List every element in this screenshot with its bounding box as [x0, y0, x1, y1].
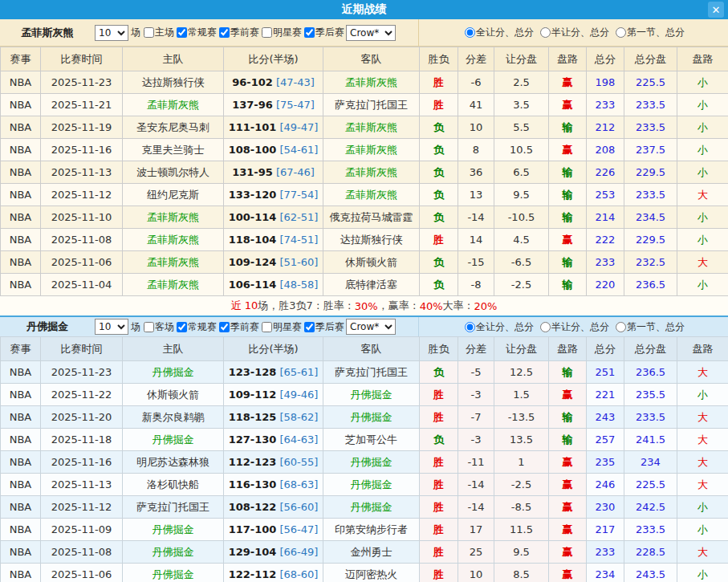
game-row: NBA2025-11-18丹佛掘金127-130 [64-63]芝加哥公牛负-3… [1, 429, 728, 451]
summary-segment: 大率： [443, 299, 474, 313]
cell-score: 106-114 [48-58] [224, 274, 323, 296]
filter-checkbox[interactable]: 明星赛 [259, 26, 302, 39]
cell-ou: 小 [677, 564, 728, 582]
close-button[interactable]: ✕ [708, 2, 724, 18]
cell-result: 胜 [420, 541, 458, 564]
cell-home: 明尼苏达森林狼 [123, 451, 224, 474]
cell-handicap_result: 赢 [549, 451, 587, 474]
column-header: 让分盘 [494, 47, 549, 71]
cell-home: 孟菲斯灰熊 [123, 274, 224, 296]
cell-handicap_result: 输 [549, 161, 587, 184]
cell-score: 100-114 [62-51] [224, 206, 323, 229]
radio-input[interactable] [540, 322, 551, 332]
radio-input[interactable] [465, 27, 475, 38]
scope-radio[interactable]: 第一节、总分 [613, 320, 685, 334]
cell-total: 233 [587, 94, 624, 116]
checkbox-input[interactable] [219, 322, 230, 332]
cell-handicap: 5.5 [494, 116, 549, 139]
cell-away: 底特律活塞 [323, 274, 420, 296]
team-name: 丹佛掘金 [0, 319, 95, 334]
checkbox-input[interactable] [177, 27, 187, 38]
scope-radio[interactable]: 全让分、总分 [462, 320, 534, 334]
cell-diff: 36 [458, 161, 494, 184]
cell-ou: 小 [677, 116, 728, 139]
scope-radio[interactable]: 半让分、总分 [538, 26, 609, 39]
cell-total_line: 233.5 [624, 406, 677, 429]
nuggets-panel: 丹佛掘金 10 场 客场常规赛季前赛明星赛季后赛 Crow* 全让分、总分半让分… [0, 315, 728, 582]
filter-checkbox[interactable]: 季前赛 [217, 320, 259, 334]
cell-league: NBA [1, 406, 41, 429]
radio-input[interactable] [616, 27, 626, 38]
cell-away: 俄克拉荷马城雷霆 [323, 206, 420, 229]
radio-input[interactable] [465, 322, 475, 332]
games-count-select[interactable]: 10 [95, 25, 128, 41]
cell-date: 2025-11-06 [41, 251, 123, 274]
cell-result: 胜 [420, 564, 458, 582]
cell-result: 负 [420, 184, 458, 206]
game-row: NBA2025-11-10孟菲斯灰熊100-114 [62-51]俄克拉荷马城雷… [1, 206, 728, 229]
filter-checkbox[interactable]: 客场 [141, 320, 174, 334]
games-count-select[interactable]: 10 [95, 319, 128, 335]
cell-diff: 8 [458, 139, 494, 161]
cell-league: NBA [1, 564, 41, 582]
scope-radio[interactable]: 第一节、总分 [613, 26, 685, 39]
scope-radio[interactable]: 半让分、总分 [538, 320, 609, 334]
checkbox-input[interactable] [177, 322, 187, 332]
radio-input[interactable] [540, 27, 551, 38]
column-header: 总分 [587, 337, 624, 361]
cell-diff: -15 [458, 251, 494, 274]
summary-segment: 40% [420, 300, 443, 312]
scope-radio[interactable]: 全让分、总分 [462, 26, 534, 39]
summary-segment: 20% [474, 300, 498, 312]
filter-checkbox[interactable]: 季后赛 [302, 320, 344, 334]
cell-home: 丹佛掘金 [123, 361, 224, 384]
cell-date: 2025-11-23 [41, 361, 123, 384]
cell-away: 丹佛掘金 [323, 474, 420, 496]
cell-total_line: 233.5 [624, 116, 677, 139]
filter-checkbox[interactable]: 常规赛 [174, 320, 217, 334]
cell-handicap_result: 赢 [549, 229, 587, 251]
cell-score: 123-128 [65-61] [224, 361, 323, 384]
cell-score: 131-95 [67-46] [224, 161, 323, 184]
filter-checkbox[interactable]: 主场 [141, 26, 174, 39]
checkbox-input[interactable] [304, 322, 315, 332]
cell-date: 2025-11-20 [41, 406, 123, 429]
checkbox-input[interactable] [144, 27, 154, 38]
checkbox-input[interactable] [262, 27, 272, 38]
cell-diff: 10 [458, 116, 494, 139]
cell-result: 负 [420, 361, 458, 384]
game-row: NBA2025-11-06丹佛掘金122-112 [68-60]迈阿密热火胜10… [1, 564, 728, 582]
cell-date: 2025-11-21 [41, 94, 123, 116]
cell-total_line: 243.5 [624, 564, 677, 582]
cell-ou: 小 [677, 139, 728, 161]
cell-diff: -14 [458, 206, 494, 229]
filter-checkbox-group: 客场常规赛季前赛明星赛季后赛 [141, 320, 344, 334]
odds-company-select[interactable]: Crow* [346, 25, 396, 41]
cell-date: 2025-11-12 [41, 184, 123, 206]
filter-checkbox[interactable]: 明星赛 [259, 320, 302, 334]
checkbox-input[interactable] [219, 27, 230, 38]
cell-diff: -3 [458, 384, 494, 406]
checkbox-input[interactable] [144, 322, 154, 332]
filter-checkbox[interactable]: 季后赛 [302, 26, 344, 39]
cell-league: NBA [1, 139, 41, 161]
radio-input[interactable] [616, 322, 626, 332]
cell-date: 2025-11-16 [41, 451, 123, 474]
cell-handicap_result: 输 [549, 251, 587, 274]
scope-radio-group: 全让分、总分半让分、总分第一节、总分 [419, 317, 728, 336]
checkbox-input[interactable] [304, 27, 315, 38]
cell-result: 负 [420, 161, 458, 184]
cell-result: 胜 [420, 71, 458, 94]
cell-total: 212 [587, 116, 624, 139]
filter-checkbox[interactable]: 季前赛 [217, 26, 259, 39]
odds-company-select[interactable]: Crow* [346, 319, 396, 335]
cell-home: 新奥尔良鹈鹕 [123, 406, 224, 429]
cell-handicap: 8.5 [494, 564, 549, 582]
checkbox-input[interactable] [262, 322, 272, 332]
column-header: 盘路 [677, 47, 728, 71]
cell-handicap_result: 赢 [549, 474, 587, 496]
cell-score: 108-122 [56-60] [224, 496, 323, 519]
column-header: 赛事 [1, 47, 41, 71]
cell-result: 负 [420, 139, 458, 161]
filter-checkbox[interactable]: 常规赛 [174, 26, 217, 39]
